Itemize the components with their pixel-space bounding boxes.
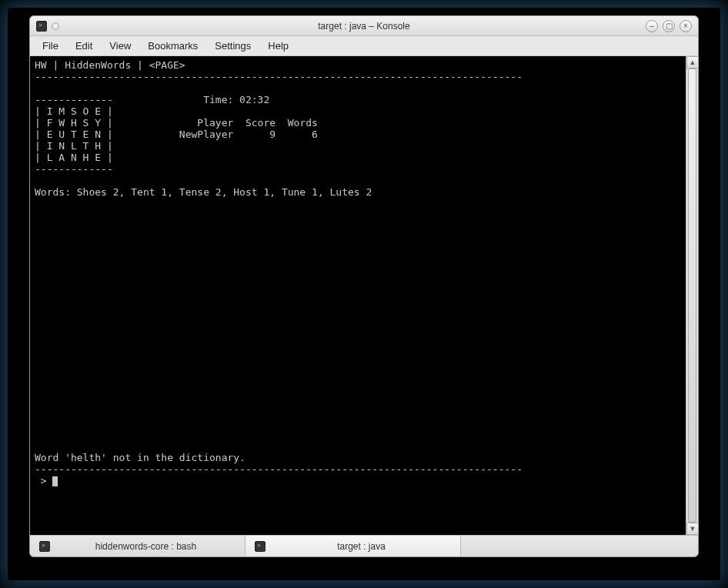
tab-hiddenwords-bash[interactable]: hiddenwords-core : bash [30,536,245,556]
board-row: | I N L T H | [35,140,113,152]
board-row: | I M S O E | [35,105,113,117]
board-row: | L A N H E | [35,152,113,163]
terminal-area: HW | HiddenWords | <PAGE> --------------… [30,56,698,535]
scroll-thumb[interactable] [688,68,696,523]
scrollbar[interactable]: ▲ ▼ [686,56,698,535]
konsole-window: target : java – Konsole – ▢ × File Edit … [29,15,699,557]
tab-target-java[interactable]: target : java [245,536,461,556]
menu-edit[interactable]: Edit [68,38,100,54]
board-border-bottom: ------------- [35,163,113,175]
menu-settings[interactable]: Settings [207,38,259,54]
window-title: target : java – Konsole [318,21,409,32]
app-icon [36,21,47,32]
cursor [52,476,58,486]
titlebar[interactable]: target : java – Konsole – ▢ × [30,16,698,36]
menu-help[interactable]: Help [260,38,296,54]
menubar: File Edit View Bookmarks Settings Help [30,36,698,56]
terminal-icon [255,541,265,552]
menu-file[interactable]: File [35,38,66,54]
terminal-icon [39,541,50,552]
tabbar: hiddenwords-core : bash target : java [30,535,698,556]
close-button[interactable]: × [680,20,692,32]
scroll-down-button[interactable]: ▼ [686,523,699,535]
score-header: Player Score Words [197,117,318,129]
words-line: Words: Shoes 2, Tent 1, Tense 2, Host 1,… [35,186,372,198]
term-divider: ----------------------------------------… [35,71,523,82]
terminal[interactable]: HW | HiddenWords | <PAGE> --------------… [30,56,686,535]
score-row: NewPlayer 9 6 [179,129,318,140]
window-menu-icon[interactable] [52,22,59,30]
maximize-button[interactable]: ▢ [663,20,675,32]
scroll-up-button[interactable]: ▲ [686,56,699,68]
prompt: > [35,475,52,486]
term-divider: ----------------------------------------… [35,463,523,475]
minimize-button[interactable]: – [646,20,658,32]
board-row: | F W H S Y | [35,117,113,129]
board-border-top: ------------- [35,94,113,105]
error-line: Word 'helth' not in the dictionary. [35,452,245,463]
term-header: HW | HiddenWords | <PAGE> [35,59,185,71]
tab-label: target : java [272,541,451,552]
time-label: Time: 02:32 [203,94,269,105]
menu-view[interactable]: View [102,38,139,54]
board-row: | E U T E N | [35,129,113,140]
menu-bookmarks[interactable]: Bookmarks [140,38,205,54]
tab-label: hiddenwords-core : bash [56,541,235,552]
